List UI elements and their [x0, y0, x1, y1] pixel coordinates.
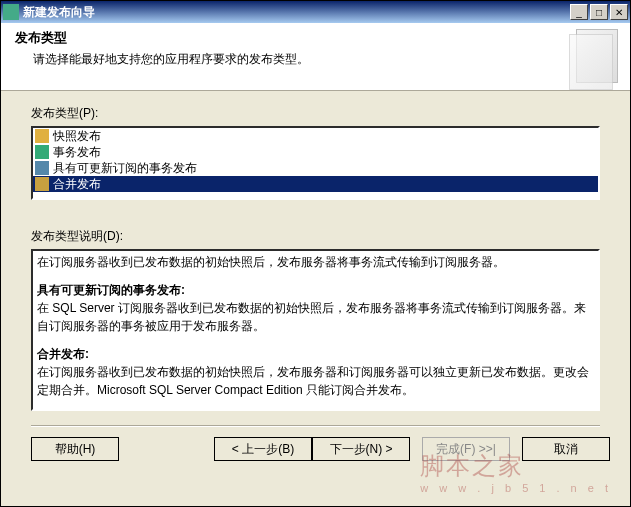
window-controls: _ □ ✕ — [570, 4, 628, 20]
list-item-transactional[interactable]: 事务发布 — [33, 144, 598, 160]
minimize-button[interactable]: _ — [570, 4, 588, 20]
help-button[interactable]: 帮助(H) — [31, 437, 119, 461]
desc-paragraph: 在 SQL Server 订阅服务器收到已发布数据的初始快照后，发布服务器将事务… — [37, 299, 594, 335]
titlebar: 新建发布向导 _ □ ✕ — [1, 1, 630, 23]
list-item-merge[interactable]: 合并发布 — [33, 176, 598, 192]
wizard-header: 发布类型 请选择能最好地支持您的应用程序要求的发布类型。 — [1, 23, 630, 91]
transactional-icon — [35, 145, 49, 159]
list-item-label: 合并发布 — [53, 176, 101, 193]
header-decoration-icon — [576, 29, 618, 83]
app-icon — [3, 4, 19, 20]
next-button[interactable]: 下一步(N) > — [312, 437, 410, 461]
desc-paragraph: 在订阅服务器收到已发布数据的初始快照后，发布服务器和订阅服务器可以独立更新已发布… — [37, 363, 594, 399]
list-item-label: 事务发布 — [53, 144, 101, 161]
cancel-button[interactable]: 取消 — [522, 437, 610, 461]
nav-button-group: < 上一步(B) 下一步(N) > — [214, 437, 410, 461]
type-description-textbox[interactable]: 在订阅服务器收到已发布数据的初始快照后，发布服务器将事务流式传输到订阅服务器。 … — [31, 249, 600, 411]
finish-button: 完成(F) >>| — [422, 437, 510, 461]
watermark-url: w w w . j b 5 1 . n e t — [420, 482, 612, 494]
merge-icon — [35, 177, 49, 191]
updatable-icon — [35, 161, 49, 175]
page-title: 发布类型 — [15, 29, 616, 47]
page-subtitle: 请选择能最好地支持您的应用程序要求的发布类型。 — [33, 51, 616, 68]
close-button[interactable]: ✕ — [610, 4, 628, 20]
window-title: 新建发布向导 — [23, 4, 570, 21]
publication-type-listbox[interactable]: 快照发布 事务发布 具有可更新订阅的事务发布 合并发布 — [31, 126, 600, 200]
list-item-snapshot[interactable]: 快照发布 — [33, 128, 598, 144]
type-description-label: 发布类型说明(D): — [31, 228, 600, 245]
maximize-button[interactable]: □ — [590, 4, 608, 20]
list-item-label: 具有可更新订阅的事务发布 — [53, 160, 197, 177]
list-item-label: 快照发布 — [53, 128, 101, 145]
wizard-footer: 帮助(H) < 上一步(B) 下一步(N) > 完成(F) >>| 取消 — [1, 437, 630, 475]
snapshot-icon — [35, 129, 49, 143]
desc-paragraph: 在订阅服务器收到已发布数据的初始快照后，发布服务器将事务流式传输到订阅服务器。 — [37, 253, 594, 271]
desc-heading: 具有可更新订阅的事务发布: — [37, 281, 594, 299]
separator — [31, 425, 600, 427]
wizard-window: 新建发布向导 _ □ ✕ 发布类型 请选择能最好地支持您的应用程序要求的发布类型… — [0, 0, 631, 507]
publication-type-label: 发布类型(P): — [31, 105, 600, 122]
desc-heading: 合并发布: — [37, 345, 594, 363]
wizard-content: 发布类型(P): 快照发布 事务发布 具有可更新订阅的事务发布 合并发布 发布类… — [1, 91, 630, 427]
back-button[interactable]: < 上一步(B) — [214, 437, 312, 461]
list-item-updatable[interactable]: 具有可更新订阅的事务发布 — [33, 160, 598, 176]
